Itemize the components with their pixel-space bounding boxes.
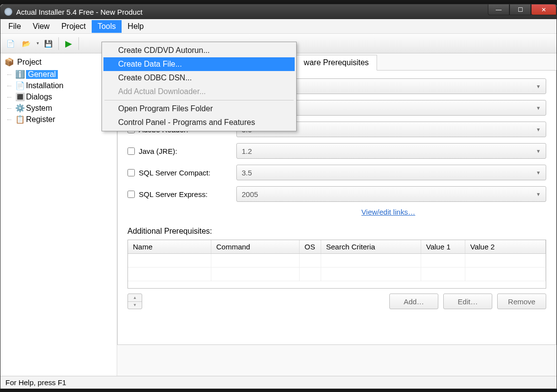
info-icon: ℹ️ (15, 70, 23, 79)
window-controls: — ☐ ✕ (488, 4, 557, 15)
move-down-icon[interactable]: ▼ (128, 302, 142, 309)
status-text: For Help, press F1 (5, 378, 66, 387)
tree-root-label: Project (17, 58, 42, 67)
window-title: Actual Installer 5.4 Free - New Product (16, 8, 143, 16)
sidebar-item-installation[interactable]: 📄 Installation (12, 80, 115, 91)
tab-software-prerequisites[interactable]: ware Prerequisites (296, 55, 378, 71)
sidebar: Project ℹ️ General 📄 Installation 🔳 Dial… (0, 53, 117, 376)
menu-file[interactable]: File (2, 20, 27, 33)
sidebar-item-dialogs[interactable]: 🔳 Dialogs (12, 91, 115, 102)
additional-label: Additional Prerequisites: (127, 227, 546, 236)
sidebar-item-label: System (26, 104, 52, 113)
edit-button[interactable]: Edit… (443, 294, 492, 309)
col-value2[interactable]: Value 2 (465, 240, 546, 253)
page-icon: 📄 (15, 81, 23, 90)
dialogs-icon: 🔳 (15, 92, 23, 101)
checkbox[interactable] (127, 169, 135, 176)
table-row[interactable] (128, 254, 546, 268)
col-os[interactable]: OS (300, 240, 321, 253)
col-value1[interactable]: Value 1 (421, 240, 465, 253)
maximize-button[interactable]: ☐ (509, 4, 531, 15)
prereq-check-sqlcompact[interactable]: SQL Server Compact: (127, 169, 230, 177)
menu-add-downloader: Add Actual Downloader... (103, 85, 295, 98)
register-icon: 📋 (15, 115, 23, 124)
table-row[interactable] (128, 268, 546, 281)
prereq-label: SQL Server Express: (139, 190, 207, 198)
prereq-combo-sqlexpress[interactable]: 2005 ▼ (236, 186, 546, 202)
close-button[interactable]: ✕ (531, 4, 557, 15)
toolbar-separator (58, 37, 59, 50)
open-dropdown-icon[interactable]: ▼ (36, 41, 40, 46)
sidebar-item-label: Register (26, 115, 55, 124)
prereq-label: Java (JRE): (139, 147, 177, 155)
prereq-combo-java[interactable]: 1.2 ▼ (236, 143, 546, 159)
prereq-check-java[interactable]: Java (JRE): (127, 147, 230, 155)
add-button[interactable]: Add… (389, 294, 438, 309)
sidebar-item-system[interactable]: ⚙️ System (12, 102, 115, 114)
button-row: ▲ ▼ Add… Edit… Remove (127, 294, 546, 309)
open-button[interactable] (19, 37, 33, 50)
menu-separator (104, 100, 294, 100)
menu-project[interactable]: Project (55, 20, 92, 33)
menu-view[interactable]: View (27, 20, 55, 33)
combo-value: 1.2 (242, 147, 252, 155)
toolbar-separator (78, 37, 79, 50)
link-row: View/edit links… (127, 208, 546, 216)
move-up-icon[interactable]: ▲ (128, 294, 142, 302)
menu-tools[interactable]: Tools (92, 20, 122, 33)
menu-create-cd[interactable]: Create CD/DVD Autorun... (103, 44, 295, 57)
prereq-grid[interactable]: Name Command OS Search Criteria Value 1 … (127, 240, 546, 289)
chevron-down-icon: ▼ (536, 127, 541, 132)
prereq-row-sqlcompact: SQL Server Compact: 3.5 ▼ (127, 165, 546, 180)
combo-value: 2005 (242, 190, 258, 198)
chevron-down-icon: ▼ (536, 105, 541, 111)
gear-icon: ⚙️ (15, 103, 23, 113)
chevron-down-icon: ▼ (536, 84, 541, 89)
run-button[interactable] (62, 37, 76, 50)
sidebar-item-register[interactable]: 📋 Register (12, 114, 115, 125)
prereq-row-sqlexpress: SQL Server Express: 2005 ▼ (127, 186, 546, 202)
sidebar-item-general[interactable]: ℹ️ General (12, 69, 115, 80)
checkbox[interactable] (127, 191, 135, 198)
move-updown[interactable]: ▲ ▼ (127, 294, 142, 309)
sidebar-item-label: Dialogs (26, 93, 52, 101)
menu-control-panel[interactable]: Control Panel - Programs and Features (103, 116, 295, 129)
col-search[interactable]: Search Criteria (321, 240, 421, 253)
new-button[interactable] (3, 37, 17, 50)
grid-header: Name Command OS Search Criteria Value 1 … (128, 240, 546, 254)
save-button[interactable] (42, 37, 55, 50)
menu-open-program-files[interactable]: Open Program Files Folder (103, 102, 295, 116)
sidebar-item-label: General (26, 70, 58, 79)
chevron-down-icon: ▼ (536, 192, 541, 197)
grid-body (128, 254, 546, 282)
prereq-row-java: Java (JRE): 1.2 ▼ (127, 143, 546, 159)
chevron-down-icon: ▼ (536, 170, 541, 175)
col-command[interactable]: Command (211, 240, 300, 253)
tab-label: ware Prerequisites (304, 58, 369, 67)
checkbox[interactable] (127, 147, 135, 155)
minimize-button[interactable]: — (488, 4, 509, 15)
tools-dropdown: Create CD/DVD Autorun... Create Data Fil… (101, 42, 297, 131)
combo-value: 3.5 (242, 169, 252, 177)
menu-create-odbc[interactable]: Create ODBC DSN... (103, 71, 295, 85)
view-edit-links[interactable]: View/edit links… (361, 208, 415, 216)
chevron-down-icon: ▼ (536, 148, 541, 154)
prereq-check-sqlexpress[interactable]: SQL Server Express: (127, 190, 230, 198)
sidebar-item-label: Installation (26, 81, 64, 90)
menubar: File View Project Tools Help (0, 19, 557, 34)
col-name[interactable]: Name (128, 240, 211, 253)
tree-root[interactable]: Project (2, 56, 115, 68)
statusbar: For Help, press F1 (0, 376, 557, 389)
app-icon (4, 8, 12, 16)
app-window: Actual Installer 5.4 Free - New Product … (0, 4, 557, 389)
menu-help[interactable]: Help (122, 20, 150, 33)
remove-button[interactable]: Remove (497, 294, 546, 309)
prereq-label: SQL Server Compact: (139, 169, 210, 177)
menu-create-data-file[interactable]: Create Data File... (103, 57, 295, 71)
titlebar[interactable]: Actual Installer 5.4 Free - New Product … (0, 4, 557, 19)
prereq-combo-sqlcompact[interactable]: 3.5 ▼ (236, 165, 546, 180)
